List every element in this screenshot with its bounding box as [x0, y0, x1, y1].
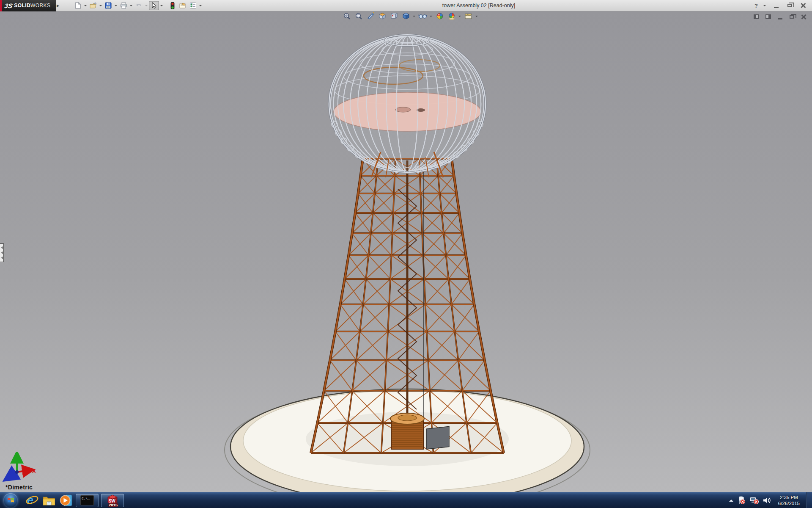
solidworks-logo: 3S SOLIDWORKS: [0, 0, 56, 11]
hide-show-items-icon[interactable]: [418, 12, 428, 20]
help-dropdown[interactable]: [762, 1, 767, 10]
internet-explorer-icon: e: [25, 494, 39, 507]
view-orientation-label: *Dimetric: [5, 484, 33, 491]
print-button[interactable]: [118, 1, 129, 10]
show-desktop-button[interactable]: [806, 492, 812, 508]
solidworks-2015-icon: SW 2015: [105, 494, 120, 506]
select-tool-button[interactable]: [149, 1, 159, 10]
taskbar-clock[interactable]: 2:35 PM 6/26/2015: [778, 494, 800, 506]
display-style-dropdown[interactable]: [413, 14, 416, 18]
action-center-icon[interactable]: [737, 496, 746, 505]
minimize-button[interactable]: [771, 2, 781, 9]
taskbar-solidworks[interactable]: SW 2015: [101, 494, 124, 507]
network-status-icon[interactable]: [749, 496, 759, 505]
standard-toolbar: [73, 1, 203, 10]
open-button[interactable]: [88, 1, 98, 10]
edit-appearance-icon[interactable]: [435, 12, 445, 20]
solidworks-window: 3S SOLIDWORKS ▶: [0, 0, 812, 508]
taskbar-media-player[interactable]: [58, 492, 74, 508]
feature-panel-splitter[interactable]: [0, 243, 4, 262]
apply-scene-icon[interactable]: [447, 12, 457, 20]
hide-show-items-dropdown[interactable]: [430, 14, 433, 18]
save-dropdown[interactable]: [113, 1, 118, 10]
volume-icon[interactable]: [763, 497, 771, 504]
zoom-to-area-icon[interactable]: [354, 12, 364, 20]
svg-text:2015: 2015: [109, 502, 118, 507]
titlebar-controls: ?: [754, 1, 812, 10]
options-dropdown[interactable]: [198, 1, 203, 10]
graphics-viewport[interactable]: X *Dimetric: [0, 11, 812, 492]
doc-restore-button[interactable]: [787, 13, 796, 20]
app-name: SOLIDWORKS: [14, 3, 50, 8]
ds-logo-icon: 3S: [4, 2, 13, 9]
taskbar-command-prompt[interactable]: C:\_: [76, 494, 99, 507]
rebuild-traffic-light-button[interactable]: [167, 1, 178, 10]
save-button[interactable]: [103, 1, 113, 10]
select-tool-dropdown[interactable]: [159, 1, 164, 10]
tower-3d-model[interactable]: [0, 11, 812, 492]
show-hidden-icons-button[interactable]: [729, 497, 733, 502]
zoom-to-fit-icon[interactable]: [342, 12, 352, 20]
view-settings-icon[interactable]: [464, 12, 474, 20]
document-window-controls: [752, 13, 808, 20]
options-checklist-button[interactable]: [188, 1, 198, 10]
help-button[interactable]: ?: [754, 3, 758, 9]
document-title: tower Assembly 02 [Read-only]: [203, 3, 754, 8]
menu-expand-chevron[interactable]: ▶: [56, 0, 60, 11]
folder-icon: [42, 494, 56, 506]
pane-left-button[interactable]: [752, 13, 760, 20]
svg-text:e: e: [27, 494, 33, 507]
start-button[interactable]: [3, 493, 18, 508]
windows-taskbar: e: [0, 492, 812, 508]
triad-x-axis: [17, 470, 29, 472]
view-orientation-icon[interactable]: [377, 12, 387, 20]
doc-close-button[interactable]: [799, 13, 808, 20]
undo-button[interactable]: [134, 1, 144, 10]
taskbar-windows-explorer[interactable]: [41, 492, 58, 508]
comment-button[interactable]: [178, 1, 188, 10]
apply-scene-dropdown[interactable]: [458, 14, 462, 18]
clock-date: 6/26/2015: [778, 500, 800, 506]
close-button[interactable]: [798, 2, 808, 9]
view-settings-dropdown[interactable]: [475, 14, 479, 18]
restore-button[interactable]: [785, 2, 794, 9]
print-dropdown[interactable]: [129, 1, 134, 10]
standard-views-icon[interactable]: [389, 12, 399, 20]
clock-time: 2:35 PM: [778, 494, 800, 500]
undo-dropdown[interactable]: [144, 1, 149, 10]
open-dropdown[interactable]: [98, 1, 103, 10]
windows-flag-icon: [7, 497, 14, 503]
section-view-icon[interactable]: [365, 12, 376, 20]
taskbar-internet-explorer[interactable]: e: [24, 492, 41, 508]
new-document-button[interactable]: [73, 1, 83, 10]
command-prompt-icon: C:\_: [80, 495, 94, 505]
heads-up-view-toolbar: [342, 12, 479, 20]
title-bar: 3S SOLIDWORKS ▶: [0, 0, 812, 11]
pane-right-button[interactable]: [764, 13, 772, 20]
triad-x-label: X: [32, 468, 36, 474]
doc-minimize-button[interactable]: [776, 13, 784, 20]
new-document-dropdown[interactable]: [83, 1, 88, 10]
system-tray: 2:35 PM 6/26/2015: [729, 492, 812, 508]
media-player-icon: [59, 494, 73, 507]
display-style-icon[interactable]: [401, 12, 411, 20]
